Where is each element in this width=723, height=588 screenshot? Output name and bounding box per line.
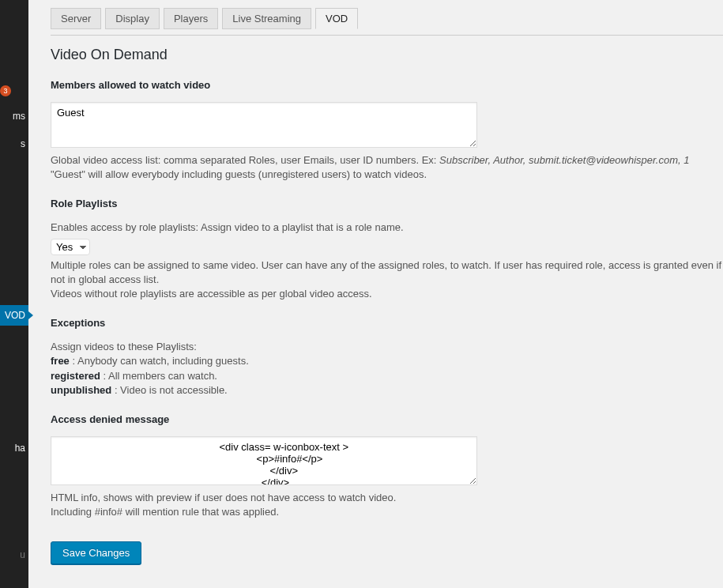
- page-title: Video On Demand: [51, 47, 723, 63]
- exceptions-label: Exceptions: [51, 317, 723, 329]
- save-button[interactable]: Save Changes: [51, 541, 141, 564]
- tab-vod[interactable]: VOD: [315, 8, 358, 29]
- exceptions-body: Assign videos to these Playlists: free :…: [51, 340, 722, 398]
- members-help: Global video access list: comma separate…: [51, 153, 722, 182]
- sidebar-item-vod[interactable]: VOD: [0, 305, 28, 326]
- notification-badge[interactable]: 3: [0, 85, 11, 96]
- role-playlists-select[interactable]: Yes: [51, 239, 90, 255]
- role-playlists-desc: Enables access by role playlists: Assign…: [51, 220, 722, 235]
- role-playlists-label: Role Playlists: [51, 198, 723, 209]
- tab-players[interactable]: Players: [164, 8, 218, 29]
- denied-label: Access denied message: [51, 413, 723, 425]
- tab-divider: [51, 35, 723, 36]
- tab-display[interactable]: Display: [105, 8, 160, 29]
- role-playlists-help: Multiple roles can be assigned to same v…: [51, 258, 722, 302]
- denied-textarea[interactable]: [51, 436, 477, 485]
- tab-nav: Server Display Players Live Streaming VO…: [51, 8, 723, 29]
- members-textarea[interactable]: [51, 102, 477, 148]
- denied-help: HTML info, shows with preview if user do…: [51, 491, 722, 519]
- admin-sidebar: 3 ms s VOD ha u: [0, 0, 28, 588]
- members-label: Members allowed to watch video: [51, 79, 723, 91]
- sidebar-item-fragment[interactable]: s: [21, 138, 25, 149]
- sidebar-item-fragment[interactable]: u: [20, 549, 25, 560]
- sidebar-item-fragment[interactable]: ha: [15, 443, 25, 454]
- sidebar-item-fragment[interactable]: ms: [13, 111, 25, 122]
- tab-server[interactable]: Server: [51, 8, 101, 29]
- main-content: Server Display Players Live Streaming VO…: [28, 0, 723, 588]
- tab-live-streaming[interactable]: Live Streaming: [222, 8, 311, 29]
